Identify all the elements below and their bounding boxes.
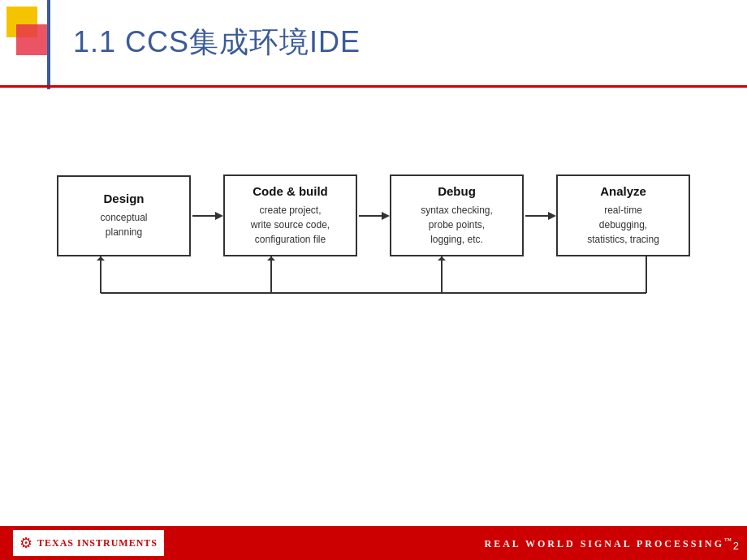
arrow-1 [191,208,223,224]
svg-marker-9 [97,256,105,261]
slide-number: 2 [733,540,739,552]
corner-red [16,24,47,55]
ti-company-name: Texas Instruments [37,537,158,549]
debug-box: Debug syntax checking,probe points,loggi… [390,174,524,256]
debug-desc: syntax checking,probe points,logging, et… [421,203,493,247]
svg-marker-3 [382,212,390,220]
slide-title: 1.1 CCS集成环境IDE [73,23,361,62]
feedback-arrow-svg [32,256,715,309]
arrow-1-svg [191,208,223,224]
arrow-3 [524,208,556,224]
debug-title: Debug [438,184,476,198]
svg-marker-1 [215,212,223,220]
design-desc: conceptualplanning [100,210,147,239]
feedback-area [32,256,715,309]
ti-logo-area: ⚙ Texas Instruments [13,530,164,556]
code-build-desc: create project,write source code,configu… [251,203,330,247]
analyze-desc: real-timedebugging,statistics, tracing [587,203,659,247]
flow-row: Design conceptualplanning Code & build c… [32,174,715,256]
arrow-2-svg [357,208,390,224]
analyze-title: Analyze [600,184,646,198]
svg-marker-5 [548,212,556,220]
footer-tagline: Real World Signal Processing™ [485,536,735,550]
tagline-text: Real World Signal Processing [485,538,725,549]
code-build-title: Code & build [253,184,328,198]
code-build-box: Code & build create project,write source… [223,174,357,256]
svg-marker-13 [438,256,446,261]
arrow-3-svg [524,208,556,224]
design-box: Design conceptualplanning [57,175,191,256]
diagram-area: Design conceptualplanning Code & build c… [32,158,715,309]
svg-marker-11 [267,256,275,261]
ti-logo-icon: ⚙ [19,534,32,552]
corner-decoration [0,0,65,65]
arrow-2 [357,208,390,224]
design-title: Design [103,192,144,205]
footer: ⚙ Texas Instruments Real World Signal Pr… [0,526,747,560]
left-accent-line [47,0,50,89]
analyze-box: Analyze real-timedebugging,statistics, t… [556,174,690,256]
footer-left: ⚙ Texas Instruments [13,530,164,556]
title-divider [0,85,747,88]
